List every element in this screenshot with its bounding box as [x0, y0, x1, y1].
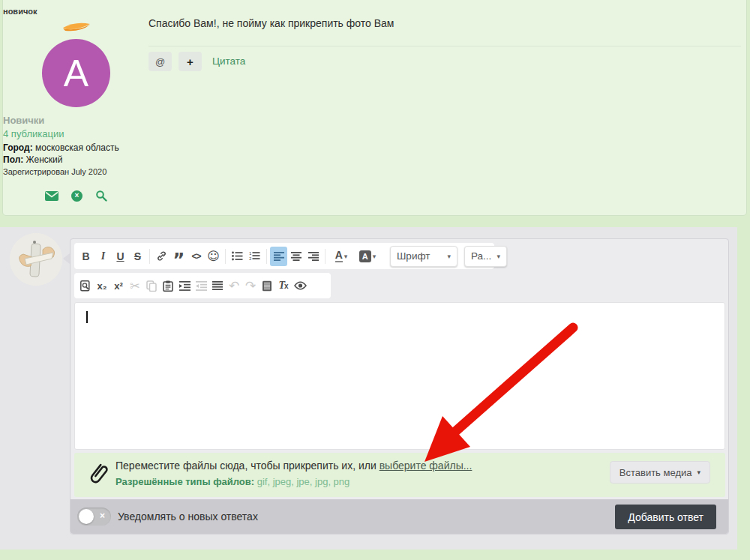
align-center-icon[interactable]	[287, 247, 304, 266]
rank-pip-feather-icon	[61, 19, 92, 34]
toolbar-separator	[266, 249, 267, 264]
paste-icon[interactable]	[160, 276, 176, 295]
toolbar-separator	[325, 249, 326, 264]
toggle-off-x-icon: ×	[100, 511, 105, 521]
editor-toolbar-row-1: B I U S ” <> ☺ 12	[74, 243, 494, 269]
toggle-knob	[79, 509, 94, 524]
editor-text-area[interactable]	[74, 302, 725, 450]
gender-label: Пол:	[3, 154, 23, 165]
city-label: Город:	[3, 142, 33, 153]
emoticons-smiley-icon[interactable]: ☺	[205, 247, 222, 266]
italic-button[interactable]: I	[94, 247, 112, 266]
font-family-select[interactable]: Шрифт▾	[390, 246, 458, 267]
forum-page: новичок A Новички 4 публикации Город: мо…	[0, 0, 750, 560]
current-user-avatar	[10, 233, 62, 286]
reply-editor-section: B I U S ” <> ☺ 12	[0, 227, 737, 550]
background-color-button[interactable]: A▾	[354, 247, 381, 266]
bullet-list-icon[interactable]	[229, 247, 246, 266]
author-city-row: Город: московская область	[3, 142, 149, 153]
cut-scissors-icon[interactable]: ✂	[127, 276, 143, 295]
subscript-button[interactable]: x₂	[94, 276, 110, 295]
author-registered: Зарегистрирован July 2020	[3, 167, 149, 176]
allowed-types-row: Разрешённые типы файлов: gif, jpeg, jpe,…	[116, 476, 350, 487]
justify-icon[interactable]	[209, 276, 226, 295]
post-text: Спасибо Вам!, не пойму как прикрепить фо…	[148, 17, 394, 29]
redo-icon[interactable]: ↷	[242, 276, 259, 295]
align-right-icon[interactable]	[304, 247, 322, 266]
author-badge-title: новичок	[3, 7, 149, 16]
gender-value: Женский	[23, 154, 62, 165]
choose-files-link[interactable]: выберите файлы...	[380, 460, 472, 472]
city-value: московская область	[33, 142, 119, 153]
bold-button[interactable]: B	[77, 247, 94, 266]
undo-icon[interactable]: ↶	[226, 276, 242, 295]
notify-label: Уведомлять о новых ответах	[118, 511, 258, 523]
toolbar-separator	[225, 249, 226, 264]
multiquote-plus-button[interactable]: +	[178, 52, 202, 71]
drop-files-text: Переместите файлы сюда, чтобы прикрепить…	[116, 460, 472, 472]
toolbar-separator	[149, 249, 150, 264]
notify-toggle[interactable]: ×	[77, 508, 111, 526]
page-template-icon[interactable]	[259, 276, 275, 295]
text-cursor	[86, 311, 88, 323]
caret-down-icon: ▾	[447, 253, 451, 260]
author-gender-row: Пол: Женский	[3, 154, 149, 165]
numbered-list-icon[interactable]: 12	[246, 247, 263, 266]
outdent-icon[interactable]	[193, 276, 209, 295]
align-left-icon[interactable]	[270, 247, 287, 266]
indent-icon[interactable]	[176, 276, 193, 295]
avatar-letter: A	[64, 52, 88, 95]
superscript-button[interactable]: x²	[110, 276, 127, 295]
author-avatar[interactable]: A	[42, 39, 110, 107]
editor-footer: × Уведомлять о новых ответах Добавить от…	[70, 499, 728, 534]
author-group: Новички	[3, 115, 149, 126]
find-replace-icon[interactable]	[77, 276, 94, 295]
caret-down-icon: ▾	[373, 253, 376, 260]
svg-text:1: 1	[249, 251, 252, 256]
remove-format-button[interactable]: Tx	[275, 276, 292, 295]
author-posts-count-link[interactable]: 4 публикации	[3, 128, 149, 139]
quote-link[interactable]: Цитата	[212, 55, 245, 67]
link-icon[interactable]	[153, 247, 170, 266]
editor-toolbar-row-2: x₂ x² ✂ ↶ ↷	[74, 273, 331, 298]
mention-button[interactable]: @	[148, 52, 172, 71]
paperclip-icon	[86, 460, 109, 487]
find-content-search-icon[interactable]	[95, 190, 107, 202]
underline-button[interactable]: U	[112, 247, 129, 266]
submit-reply-button[interactable]: Добавить ответ	[615, 505, 716, 529]
strikethrough-button[interactable]: S	[129, 247, 146, 266]
copy-icon[interactable]	[143, 276, 160, 295]
message-envelope-icon[interactable]	[45, 191, 58, 201]
insert-media-button[interactable]: Вставить медиа▾	[610, 461, 710, 484]
preview-eye-icon[interactable]	[292, 276, 308, 295]
author-action-icons: ×	[3, 190, 149, 202]
text-color-button[interactable]: A▾	[328, 247, 354, 266]
caret-down-icon: ▾	[344, 253, 348, 260]
svg-text:2: 2	[249, 256, 252, 261]
code-icon[interactable]: <>	[188, 247, 205, 266]
font-size-select[interactable]: Ра...▾	[464, 246, 507, 267]
post-divider	[148, 46, 741, 46]
caret-down-icon: ▾	[496, 253, 500, 260]
block-user-icon[interactable]: ×	[71, 190, 82, 202]
attachment-drop-zone[interactable]: Переместите файлы сюда, чтобы прикрепить…	[74, 453, 725, 497]
blockquote-icon[interactable]: ”	[170, 243, 188, 270]
editor-card: B I U S ” <> ☺ 12	[70, 238, 729, 535]
post-card: новичок A Новички 4 публикации Город: мо…	[2, 0, 747, 216]
caret-down-icon: ▾	[697, 469, 700, 476]
